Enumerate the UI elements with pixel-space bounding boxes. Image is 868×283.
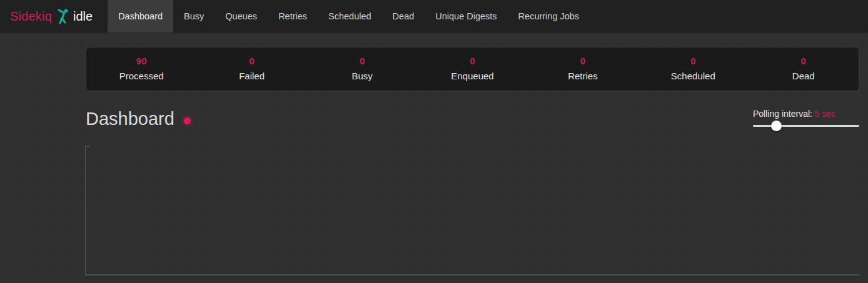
realtime-chart-area [85,146,860,276]
stats-summary-bar: 90 Processed 0 Failed 0 Busy 0 Enqueued … [86,47,859,91]
stat-retries-value: 0 [528,56,638,66]
stat-busy-value: 0 [307,56,417,66]
nav-tabs: Dashboard Busy Queues Retries Scheduled … [108,0,590,32]
y-axis-tick [86,146,89,147]
nav-tab-dead[interactable]: Dead [382,0,425,32]
stat-scheduled-value: 0 [638,56,748,66]
stat-scheduled-label: Scheduled [638,71,748,81]
stat-failed-value: 0 [196,56,306,66]
stat-failed[interactable]: 0 Failed [196,56,306,81]
sidekiq-dancer-icon [56,7,69,25]
navbar: Sidekiq idle Dashboard Busy Queues Retri… [0,0,868,33]
stat-failed-label: Failed [196,71,306,81]
status-text: idle [73,9,99,24]
nav-tab-scheduled[interactable]: Scheduled [318,0,382,32]
nav-tab-recurring-jobs[interactable]: Recurring Jobs [508,0,590,32]
nav-tab-busy[interactable]: Busy [173,0,214,32]
brand-name: Sidekiq [10,9,52,24]
stat-dead[interactable]: 0 Dead [749,56,859,81]
stat-retries-label: Retries [528,71,638,81]
nav-tab-queues[interactable]: Queues [214,0,268,32]
stat-retries[interactable]: 0 Retries [528,56,638,81]
nav-tab-retries[interactable]: Retries [268,0,318,32]
stat-processed-label: Processed [86,71,196,81]
page-title-text: Dashboard [86,109,174,129]
stat-dead-value: 0 [749,56,859,66]
polling-interval-label: Polling interval: 5 sec [753,109,859,119]
stat-processed[interactable]: 90 Processed [86,56,196,81]
polling-control: Polling interval: 5 sec [753,109,859,127]
live-beacon-icon [184,117,191,124]
dashboard-header-row: Dashboard Polling interval: 5 sec [86,109,859,129]
sidekiq-brand[interactable]: Sidekiq idle [0,0,106,32]
stat-enqueued[interactable]: 0 Enqueued [417,56,527,81]
stat-busy[interactable]: 0 Busy [307,56,417,81]
polling-interval-value: 5 sec [815,109,835,119]
stat-enqueued-label: Enqueued [417,71,527,81]
stat-scheduled[interactable]: 0 Scheduled [638,56,748,81]
stat-processed-value: 90 [86,56,196,66]
stat-busy-label: Busy [307,71,417,81]
polling-interval-slider[interactable] [753,125,859,127]
nav-tab-unique-digests[interactable]: Unique Digests [425,0,507,32]
nav-tab-dashboard[interactable]: Dashboard [108,0,173,32]
stat-dead-label: Dead [749,71,859,81]
page-title: Dashboard [86,109,191,129]
stat-enqueued-value: 0 [417,56,527,66]
